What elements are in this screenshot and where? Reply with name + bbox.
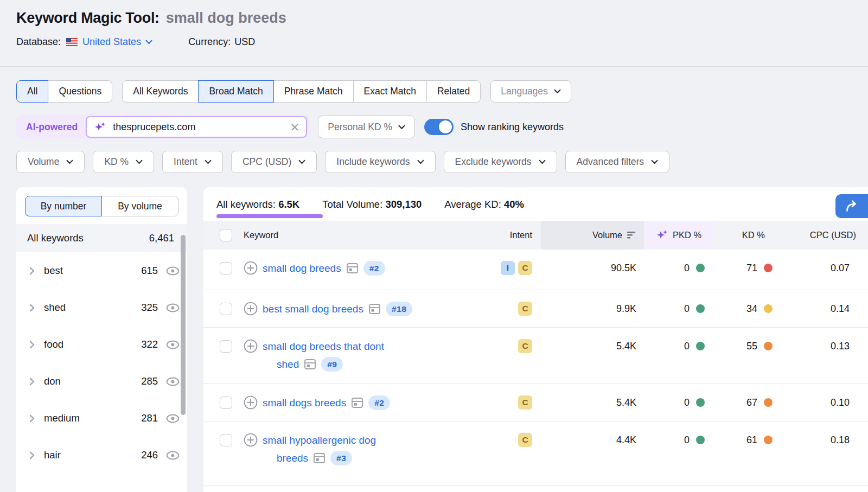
filter-advanced-filters-dropdown[interactable]: Advanced filters [565, 151, 670, 173]
sidebar-tab-by-number[interactable]: By number [25, 196, 102, 216]
sidebar-group-food[interactable]: food322 [16, 326, 187, 363]
database-selector[interactable]: United States [66, 36, 152, 48]
clear-search-icon[interactable] [291, 123, 299, 131]
filter-volume-dropdown[interactable]: Volume [16, 151, 85, 173]
add-keyword-icon[interactable] [244, 302, 258, 316]
position-badge[interactable]: #2 [368, 395, 390, 410]
pkd-column-label: PKD % [673, 230, 701, 240]
sidebar-group-hair[interactable]: hair246 [16, 437, 187, 474]
tab-all[interactable]: All [16, 80, 48, 103]
add-keyword-icon[interactable] [244, 395, 258, 410]
tab-exact-match[interactable]: Exact Match [353, 80, 427, 103]
serp-features-icon[interactable] [347, 263, 358, 273]
serp-features-icon[interactable] [314, 453, 325, 463]
sidebar-group-best[interactable]: best615 [16, 252, 187, 289]
toggle-knob [439, 120, 452, 133]
show-ranking-keywords-toggle[interactable] [424, 119, 454, 135]
chevron-down-icon [145, 40, 152, 44]
chevron-right-icon [29, 378, 35, 386]
domain-search-input[interactable] [112, 121, 291, 133]
filter-kd--dropdown[interactable]: KD % [93, 151, 154, 173]
meta-row: Database: United States Currency:USD [16, 36, 852, 48]
eye-icon[interactable] [166, 451, 180, 460]
row-checkbox[interactable] [220, 434, 232, 446]
cpc-cell: 0.07 [781, 261, 868, 276]
sidebar-group-don[interactable]: don285 [16, 363, 187, 400]
intent-badge-i[interactable]: I [501, 261, 515, 275]
pkd-dot [696, 398, 705, 407]
keyword-link[interactable]: small hypoallergenic dog [263, 433, 376, 448]
eye-icon[interactable] [166, 266, 180, 276]
sidebar-group-medium[interactable]: medium281 [16, 400, 187, 437]
filter-include-keywords-dropdown[interactable]: Include keywords [325, 151, 435, 173]
intent-badge-c[interactable]: C [518, 261, 532, 275]
intent-column-header[interactable]: Intent [478, 221, 541, 250]
tab-broad-match[interactable]: Broad Match [198, 80, 273, 103]
keyword-link[interactable]: best small dog breeds [263, 302, 363, 316]
filter-label: Advanced filters [577, 156, 644, 168]
keyword-line-1: small dog breeds#2 [263, 261, 385, 276]
kd-value: 67 [746, 395, 757, 410]
add-keyword-icon[interactable] [244, 433, 258, 447]
intent-badge-c[interactable]: C [518, 339, 532, 353]
row-checkbox[interactable] [220, 340, 232, 353]
filter-intent-dropdown[interactable]: Intent [162, 151, 223, 173]
row-checkbox[interactable] [220, 262, 232, 274]
filter-label: Exclude keywords [455, 156, 532, 168]
languages-dropdown[interactable]: Languages [490, 80, 571, 103]
tab-phrase-match[interactable]: Phrase Match [273, 80, 354, 103]
kd-column-label: KD % [742, 230, 765, 240]
kd-column-header[interactable]: KD % [713, 221, 781, 250]
filter-cpc-usd--dropdown[interactable]: CPC (USD) [231, 151, 317, 173]
row-checkbox[interactable] [220, 303, 232, 315]
position-badge[interactable]: #9 [321, 357, 343, 372]
add-keyword-icon[interactable] [244, 261, 258, 275]
pkd-column-header[interactable]: PKD % [644, 221, 713, 250]
sidebar-tab-by-volume[interactable]: By volume [101, 196, 178, 216]
sidebar-scrollbar[interactable] [181, 235, 186, 415]
intent-badge-c[interactable]: C [518, 433, 532, 447]
group-label: shed [44, 302, 141, 314]
row-checkbox-cell [203, 302, 244, 315]
tab-related[interactable]: Related [426, 80, 481, 103]
eye-icon[interactable] [166, 377, 180, 386]
serp-features-icon[interactable] [352, 398, 363, 408]
keyword-link[interactable]: small dog breeds [263, 261, 341, 276]
eye-icon[interactable] [166, 340, 180, 349]
position-badge[interactable]: #18 [386, 302, 412, 316]
keyword-link[interactable]: shed [277, 357, 299, 372]
table-body: small dog breeds#2IC90.5K0710.07best sma… [203, 250, 868, 485]
filter-exclude-keywords-dropdown[interactable]: Exclude keywords [444, 151, 557, 173]
select-all-checkbox[interactable] [220, 229, 232, 241]
serp-features-icon[interactable] [369, 304, 380, 314]
position-badge[interactable]: #3 [330, 451, 352, 465]
position-badge[interactable]: #2 [363, 261, 385, 276]
eye-icon[interactable] [166, 303, 180, 312]
intent-badge-c[interactable]: C [518, 302, 532, 316]
group-label: hair [44, 449, 141, 461]
tab-questions[interactable]: Questions [48, 80, 112, 103]
sidebar-group-shed[interactable]: shed325 [16, 289, 187, 326]
all-keywords-row[interactable]: All keywords 6,461 [16, 224, 187, 252]
pkd-value: 0 [684, 302, 690, 316]
row-checkbox[interactable] [220, 397, 232, 409]
domain-search-box[interactable] [86, 116, 307, 138]
keyword-link[interactable]: breeds [277, 451, 308, 465]
share-export-button[interactable] [835, 194, 868, 218]
add-keyword-icon[interactable] [244, 339, 258, 353]
personal-kd-dropdown[interactable]: Personal KD % [318, 116, 415, 138]
keyword-link[interactable]: small dogs breeds [263, 395, 346, 410]
intent-badge-c[interactable]: C [518, 395, 532, 410]
filters-row: VolumeKD %IntentCPC (USD)Include keyword… [16, 151, 868, 173]
volume-column-header[interactable]: Volume [541, 221, 644, 250]
pkd-dot [696, 264, 705, 272]
keyword-link[interactable]: small dog breeds that dont [263, 339, 384, 354]
cpc-cell: 0.13 [781, 339, 868, 354]
eye-icon[interactable] [166, 414, 180, 423]
filter-label: Include keywords [336, 156, 410, 168]
serp-features-icon[interactable] [304, 359, 316, 369]
tab-all-keywords[interactable]: All Keywords [122, 80, 199, 103]
keyword-column-header[interactable]: Keyword [244, 221, 478, 250]
cpc-column-header[interactable]: CPC (USD) [781, 221, 868, 250]
all-keywords-stat-value: 6.5K [278, 199, 299, 210]
